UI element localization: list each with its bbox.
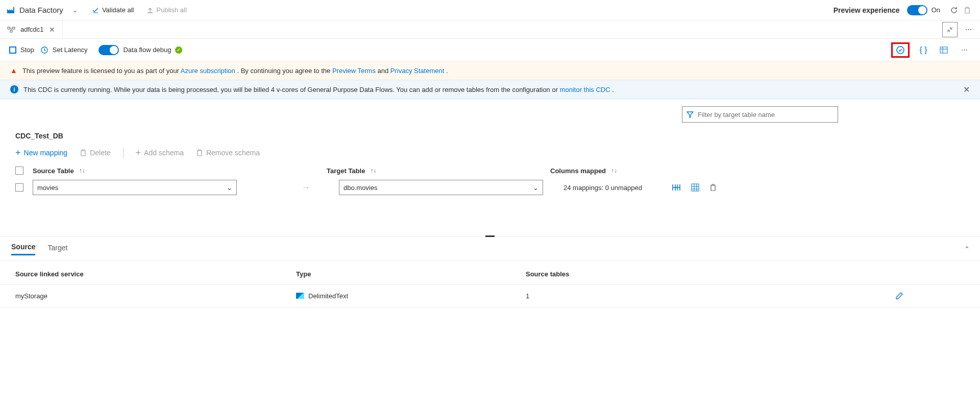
trash-icon [196, 149, 203, 157]
publish-icon [146, 7, 154, 14]
mapping-count: 24 mappings: 0 unmapped [564, 184, 642, 192]
info-text: This CDC is currently running. While you… [23, 86, 614, 93]
columns-mapped-header[interactable]: Columns mapped ↑↓ [550, 167, 652, 175]
ellipsis-icon: ⋯ [961, 46, 968, 54]
source-table-header[interactable]: Source Table ↑↓ [33, 167, 283, 175]
more-tabs-button[interactable]: ⋯ [962, 23, 975, 36]
warning-text: This preview feature is licensed to you … [22, 67, 448, 75]
json-button[interactable]: { } [917, 43, 930, 57]
tab-label: adfcdc1 [20, 26, 44, 33]
validate-all-button[interactable]: Validate all [86, 0, 140, 20]
mapping-header: Source Table ↑↓ Target Table ↑↓ Columns … [0, 167, 980, 180]
new-mapping-label: New mapping [24, 149, 68, 157]
warn-pre: This preview feature is licensed to you … [22, 67, 181, 75]
target-value: dbo.movies [344, 184, 377, 192]
privacy-statement-link[interactable]: Privacy Statement [390, 67, 445, 75]
db-heading: CDC_Test_DB [0, 123, 980, 147]
info-body: This CDC is currently running. While you… [23, 86, 560, 93]
brand-label: Data Factory [19, 6, 63, 14]
warning-banner: ▲ This preview feature is licensed to yo… [0, 61, 980, 80]
warning-icon: ▲ [10, 66, 17, 75]
set-latency-button[interactable]: Set Latency [40, 46, 88, 54]
mapping-row: movies ⌄ → dbo.movies ⌄ 24 mappings: 0 u… [0, 180, 980, 200]
row-checkbox[interactable] [15, 183, 23, 192]
tab-source[interactable]: Source [11, 243, 35, 255]
cdc-toolbar: Stop Set Latency Data flow debug ✓ { } ⋯ [0, 39, 980, 61]
close-banner-button[interactable]: ✕ [963, 85, 970, 94]
trash-icon [964, 6, 971, 14]
check-icon: ✓ [175, 46, 182, 54]
editor-tabs: adfcdc1 ✕ ⋯ [0, 20, 980, 39]
columns-button[interactable] [937, 43, 950, 57]
grid-icon[interactable] [691, 183, 699, 192]
remove-schema-label: Remove schema [206, 149, 260, 157]
linked-service-cell: myStorage [15, 292, 296, 300]
filter-input[interactable] [682, 106, 838, 123]
filter-text[interactable] [698, 111, 834, 119]
brand-switcher[interactable]: Data Factory ⌄ [6, 6, 86, 15]
trash-icon [80, 149, 87, 157]
bottom-tabs: Source Target ⌃ [0, 238, 980, 261]
type-cell: DelimitedText [296, 292, 526, 300]
svg-rect-1 [13, 27, 15, 29]
target-table-header[interactable]: Target Table ↑↓ [327, 167, 541, 175]
target-table-label: Target Table [327, 167, 365, 175]
edit-button[interactable] [895, 292, 903, 300]
new-mapping-button[interactable]: + New mapping [15, 148, 67, 158]
ellipsis-icon: ⋯ [965, 26, 972, 33]
col-linked-service: Source linked service [15, 270, 296, 278]
filter-icon [687, 111, 694, 118]
delete-top-button[interactable] [961, 4, 974, 17]
braces-icon: { } [919, 45, 927, 55]
info-icon: i [10, 85, 18, 93]
col-source-tables: Source tables [526, 270, 715, 278]
column-map-icon[interactable] [672, 183, 681, 192]
stop-button[interactable]: Stop [9, 46, 34, 54]
cdc-icon [7, 26, 15, 34]
sort-icon: ↑↓ [611, 167, 617, 174]
preview-terms-link[interactable]: Preview Terms [332, 67, 376, 75]
plus-icon: + [15, 148, 21, 158]
refresh-button[interactable] [947, 4, 961, 17]
source-value: movies [37, 184, 58, 192]
collapse-icon [946, 26, 953, 33]
clock-icon [40, 46, 48, 54]
publish-all-label: Publish all [157, 6, 187, 14]
close-tab-icon[interactable]: ✕ [49, 26, 55, 34]
columns-mapped-label: Columns mapped [550, 167, 606, 175]
tab-target[interactable]: Target [47, 244, 67, 255]
debug-toggle[interactable] [99, 45, 119, 55]
preview-toggle[interactable] [907, 5, 927, 15]
minimize-button[interactable] [942, 22, 958, 37]
publish-all-button: Publish all [140, 0, 193, 20]
columns-icon [940, 46, 948, 54]
stop-icon [9, 46, 16, 54]
more-button[interactable]: ⋯ [958, 43, 971, 57]
chevron-down-icon: ⌄ [227, 184, 232, 192]
refresh-icon [950, 6, 958, 14]
add-schema-label: Add schema [144, 149, 184, 157]
delete-label: Delete [90, 149, 110, 157]
sort-icon: ↑↓ [79, 167, 85, 174]
source-dropdown[interactable]: movies ⌄ [33, 180, 237, 195]
debug-toggle-group: Data flow debug ✓ [99, 45, 182, 55]
trash-icon[interactable] [709, 183, 717, 192]
preview-experience-label: Preview experience [834, 6, 900, 14]
mapping-actions: + New mapping Delete + Add schema Remove… [0, 147, 980, 167]
monitor-cdc-link[interactable]: monitor this CDC [560, 86, 610, 93]
collapse-panel-button[interactable]: ⌃ [964, 245, 970, 253]
source-table-label: Source Table [33, 167, 74, 175]
top-toolbar: Data Factory ⌄ Validate all Publish all … [0, 0, 980, 20]
stop-label: Stop [20, 46, 34, 54]
azure-subscription-link[interactable]: Azure subscription [181, 67, 235, 75]
debug-label: Data flow debug [123, 46, 171, 54]
select-all-checkbox[interactable] [15, 167, 23, 175]
svg-rect-5 [940, 47, 947, 53]
validate-all-label: Validate all [102, 6, 134, 14]
highlighted-learn-button[interactable] [891, 42, 910, 58]
delimited-text-icon [296, 293, 304, 299]
tab-adfcdc1[interactable]: adfcdc1 ✕ [0, 20, 63, 38]
chevron-down-icon: ⌄ [67, 7, 83, 14]
target-dropdown[interactable]: dbo.movies ⌄ [339, 180, 543, 195]
svg-rect-6 [692, 184, 699, 191]
